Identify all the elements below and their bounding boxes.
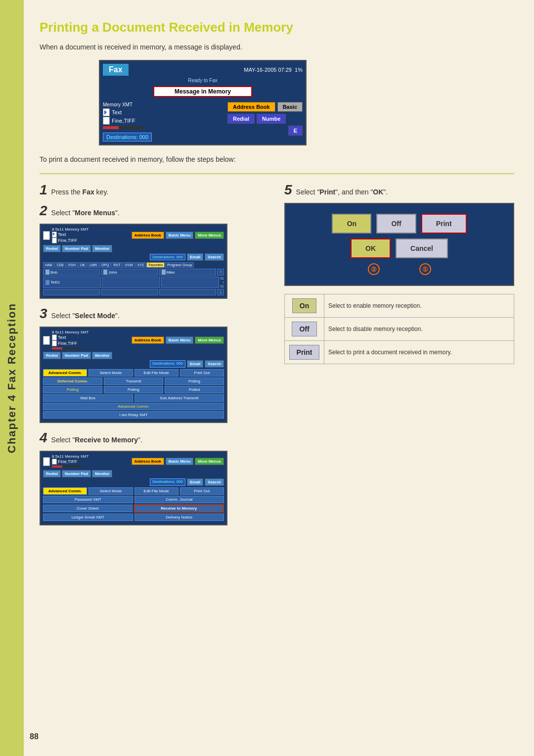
mini-btn-address3[interactable]: Address Book <box>132 336 164 344</box>
mini-btn-search4[interactable]: Search <box>205 478 224 486</box>
mini-btn-more-menus2[interactable]: More Menus <box>195 232 224 239</box>
fax-memory-xmt: Memory XMT <box>103 102 223 107</box>
mini-tab-hab[interactable]: HAB <box>43 262 54 268</box>
mini-btn-basic4[interactable]: Basic Menu <box>166 458 193 465</box>
mini-btn-more4[interactable]: More Menus <box>195 458 224 465</box>
mini-receive-to-memory4[interactable]: Receive to Memory <box>134 504 224 513</box>
mini-tab-ijk[interactable]: IJK <box>78 262 87 268</box>
mini-tab-fgh[interactable]: FGH <box>66 262 78 268</box>
mini-scroll-down[interactable]: ↓ <box>217 289 224 295</box>
mini-tab-rst[interactable]: RST <box>111 262 122 268</box>
mini-btn-email2[interactable]: Email <box>187 253 203 261</box>
mini-btn-numpad4[interactable]: Number Pad <box>62 470 91 477</box>
mini-btn-email3[interactable]: Email <box>187 360 203 368</box>
mini-dest3: Destinations: 000 <box>150 360 185 368</box>
mini-print-out4[interactable]: Print Out <box>180 487 224 495</box>
desc-btn-off: Off <box>292 322 316 336</box>
desc-btn-off-cell: Off <box>285 318 324 341</box>
mini-fax4-buttons: Address Book Basic Menu More Menus <box>132 458 224 465</box>
btn-on[interactable]: On <box>332 214 371 234</box>
btn-ok[interactable]: OK <box>351 238 391 258</box>
mini-dest4: Destinations: 000 <box>150 478 185 486</box>
print-ok-confirm-row: OK Cancel <box>295 238 503 258</box>
step4-label: Select "Receive to Memory". <box>51 436 142 444</box>
mini-btn-email4[interactable]: Email <box>187 478 203 486</box>
mini-tab-lmn[interactable]: LMN <box>88 262 99 268</box>
fax-btn-number[interactable]: Numbe <box>257 114 286 124</box>
mini-password-xmt4[interactable]: Password XMT <box>43 496 133 503</box>
mini-tab-favorites[interactable]: Favorites <box>146 262 165 268</box>
mini-btn-address-book2[interactable]: Address Book <box>132 232 164 239</box>
mini-btn-address4[interactable]: Address Book <box>132 458 164 465</box>
mini-tab-opq[interactable]: OPQ <box>99 262 111 268</box>
mini-fax-step3: 8.5x11 Memory XMT Text Fine,TIFF <box>40 327 227 423</box>
mini-contact-tel01[interactable]: Tel01 <box>43 277 101 288</box>
mini-transmit3[interactable]: Transmit <box>104 378 163 385</box>
mini-btn-redial4[interactable]: Redial <box>43 470 61 477</box>
mini-tab-uvw[interactable]: UVW <box>123 262 134 268</box>
desc-text-print: Select to print a document received in m… <box>324 341 514 364</box>
mini-mail-box3[interactable]: Mail Box <box>43 394 133 402</box>
mini-contact-mike[interactable]: Mike <box>159 269 216 276</box>
fax-btn-redial[interactable]: Redial <box>227 114 255 124</box>
mini-comm-journal4[interactable]: Comm. Journal <box>134 496 224 503</box>
step5-label: Select "Print", and then "OK". <box>296 188 388 196</box>
mini-edit-file3[interactable]: Edit File Mode <box>134 369 178 377</box>
mini-polled3[interactable]: Polled <box>165 386 224 393</box>
mini-btn-more3[interactable]: More Menus <box>195 336 224 344</box>
mini-sub-addr3[interactable]: Sub Address Transmit <box>134 394 224 402</box>
mini-btn-basic-menu2[interactable]: Basic Menu <box>166 232 193 239</box>
mini-btn-search3[interactable]: Search <box>205 360 224 368</box>
circle2-annotation: ② <box>368 263 380 275</box>
step3-label: Select "Select Mode". <box>51 312 120 320</box>
mini-scroll-up[interactable]: ↑ <box>217 269 224 276</box>
desc-row-print: Print Select to print a document receive… <box>285 341 514 364</box>
mini-adv-comm4[interactable]: Advanced Comm. <box>43 487 87 495</box>
right-steps-column: 5 Select "Print", and then "OK". On Off … <box>284 182 514 532</box>
mini-tab-cde[interactable]: CDE <box>54 262 66 268</box>
mini-print-out3[interactable]: Print Out <box>180 369 224 377</box>
step1-row: 1 Press the Fax key. <box>40 182 269 200</box>
mini-btn-monitor4[interactable]: Monitor <box>92 470 112 477</box>
mini-tab-xyz[interactable]: XYZ <box>135 262 146 268</box>
btn-off[interactable]: Off <box>376 214 416 234</box>
mini-btn-monitor3[interactable]: Monitor <box>92 352 112 359</box>
mini-delivery4[interactable]: Delivery Notice <box>134 514 224 521</box>
mini-btn-numpad3[interactable]: Number Pad <box>62 352 91 359</box>
left-steps-column: 1 Press the Fax key. 2 Select "More Menu… <box>40 182 269 532</box>
mini-polling3b[interactable]: Polling <box>104 386 163 393</box>
mini-fax2-buttons: Address Book Basic Menu More Menus <box>132 232 224 239</box>
mini-polling3a[interactable]: Polling <box>165 378 224 385</box>
fax-message-banner: Message in Memory <box>153 86 252 97</box>
mini-btn-numpad2[interactable]: Number Pad <box>62 245 91 252</box>
btn-print[interactable]: Print <box>421 214 467 234</box>
mini-adv-comm3[interactable]: Advanced Comm. <box>43 369 87 377</box>
mini-btn-redial2[interactable]: Redial <box>43 245 61 252</box>
circle1-annotation: ① <box>419 263 431 275</box>
mini-ledger-email4[interactable]: Ledger Email XMT <box>43 514 133 521</box>
chapter-tab: Chapter 4 Fax Reception <box>0 0 24 756</box>
btn-cancel[interactable]: Cancel <box>396 238 448 258</box>
fax-btn-email[interactable]: E <box>288 126 303 136</box>
mini-contact-empty1 <box>102 277 160 288</box>
mini-cover-sheet4[interactable]: Cover Sheet <box>43 505 133 512</box>
mini-btn-basic3[interactable]: Basic Menu <box>166 336 193 344</box>
mini-contact-john[interactable]: John <box>101 269 158 276</box>
fax-btn-basic[interactable]: Basic <box>277 102 303 112</box>
mini-select-mode4[interactable]: Select Mode <box>89 487 133 495</box>
fax-btn-address-book[interactable]: Address Book <box>227 102 275 112</box>
mini-select-mode3[interactable]: Select Mode <box>89 369 133 377</box>
mini-btn-redial3[interactable]: Redial <box>43 352 61 359</box>
mini-lan-relay3[interactable]: I am Relay XMT <box>43 411 224 419</box>
mini-btn-monitor2[interactable]: Monitor <box>92 245 112 252</box>
mini-contact-bob[interactable]: Bob <box>43 269 100 276</box>
mini-doc-icon4 <box>43 457 50 466</box>
fax-destinations: Destinations: 000 <box>103 133 152 142</box>
mini-btn-search2[interactable]: Search <box>205 253 224 261</box>
mini-edit-file4[interactable]: Edit File Mode <box>134 487 178 495</box>
page-number: 88 <box>30 732 39 741</box>
mini-tab-program[interactable]: Program/ Group <box>165 262 194 268</box>
step3-num: 3 <box>40 306 47 322</box>
chapter-tab-text: Chapter 4 Fax Reception <box>5 303 18 453</box>
mini-adv-comm3b: Advanced Comm. <box>43 403 224 410</box>
